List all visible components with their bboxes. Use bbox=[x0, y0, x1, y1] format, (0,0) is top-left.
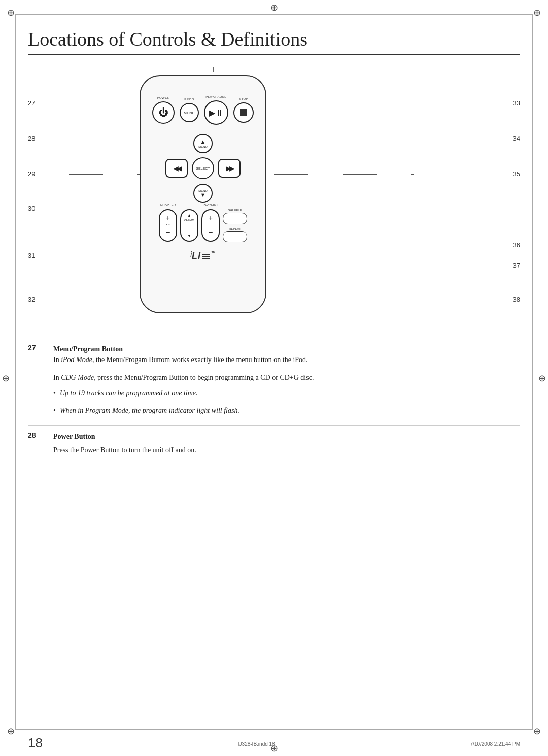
bullet-dot-2: • bbox=[53, 405, 56, 416]
bullet-text-2: When in Program Mode, the program indica… bbox=[60, 405, 239, 416]
reg-mark-top-center: ⊕ bbox=[270, 2, 278, 13]
power-icon: ⏻ bbox=[159, 108, 168, 117]
label-28: 28 bbox=[28, 135, 35, 142]
chapter-label: CHAPTER bbox=[160, 203, 176, 206]
select-label: SELECT bbox=[196, 167, 210, 170]
prog-button[interactable]: MENU bbox=[180, 103, 199, 122]
date-info: 7/10/2008 2:21:44 PM bbox=[470, 741, 520, 747]
stop-icon bbox=[240, 109, 247, 116]
page-border-top bbox=[15, 14, 533, 15]
playpause-icon: ▶⏸ bbox=[209, 108, 223, 118]
desc-content-28: Power Button Press the Power Button to t… bbox=[53, 431, 520, 459]
label-31: 31 bbox=[28, 251, 35, 259]
footer-date-info: 7/10/2008 2:21:44 PM bbox=[470, 739, 520, 748]
label-35: 35 bbox=[513, 170, 520, 178]
dotline-27-right bbox=[277, 103, 414, 103]
reg-mark-top-left: ⊕ bbox=[7, 7, 15, 18]
playlist-label: PLAYLIST bbox=[203, 203, 218, 206]
desc-item-28: 28 Power Button Press the Power Button t… bbox=[28, 426, 520, 464]
power-button[interactable]: ⏻ bbox=[152, 101, 175, 124]
brand-logo-icon bbox=[201, 251, 211, 262]
menu-up-icon: ▲ bbox=[200, 139, 206, 145]
desc-title-27: Menu/Program Button bbox=[53, 345, 123, 353]
label-30: 30 bbox=[28, 205, 35, 212]
playlist-minus-icon: − bbox=[208, 229, 213, 237]
footer: 18 IJ328-IB.indd 18 7/10/2008 2:21:44 PM bbox=[28, 735, 520, 751]
select-button[interactable]: SELECT bbox=[192, 157, 214, 179]
file-info: IJ328-IB.indd 18 bbox=[238, 741, 275, 747]
reg-mark-left-center: ⊕ bbox=[2, 373, 10, 384]
remote-wire bbox=[203, 67, 203, 76]
desc-item-27: 27 Menu/Program Button In iPod Mode, the… bbox=[28, 339, 520, 426]
diagram-area: 27 28 29 30 31 32 33 34 35 36 37 38 bbox=[28, 70, 520, 323]
dotline-32-right bbox=[277, 300, 414, 300]
page-border-right bbox=[532, 14, 533, 730]
power-label: POWER bbox=[157, 96, 169, 99]
repeat-label: REPEAT bbox=[229, 227, 241, 230]
menu-up-label: MENU bbox=[198, 145, 208, 148]
skip-back-icon: ◀◀ bbox=[173, 164, 180, 173]
reg-mark-bottom-left: ⊕ bbox=[7, 726, 15, 737]
playlist-plus-icon: + bbox=[209, 214, 213, 222]
skip-back-button[interactable]: ◀◀ bbox=[165, 159, 188, 178]
desc-content-27: Menu/Program Button In iPod Mode, the Me… bbox=[53, 344, 520, 420]
stop-button[interactable] bbox=[233, 102, 254, 123]
label-38: 38 bbox=[513, 296, 520, 303]
label-37: 37 bbox=[513, 262, 520, 269]
page-number: 18 bbox=[28, 735, 43, 750]
reg-mark-top-right: ⊕ bbox=[533, 7, 541, 18]
prog-label: PROG bbox=[184, 98, 194, 101]
menu-down-icon: ▼ bbox=[200, 192, 206, 198]
chapter-button[interactable]: + • • − bbox=[159, 209, 177, 242]
page-border-left bbox=[15, 14, 16, 730]
desc-bullet-27-2: • When in Program Mode, the program indi… bbox=[53, 403, 520, 418]
remote-control: POWER ⏻ PROG MENU PLAY/PAUSE ▶⏸ bbox=[140, 75, 266, 313]
shuffle-button[interactable] bbox=[223, 213, 247, 224]
desc-para-27-2: In CDG Mode, press the Menu/Program Butt… bbox=[53, 372, 520, 383]
label-32: 32 bbox=[28, 296, 35, 303]
skip-forward-icon: ▶▶ bbox=[226, 164, 233, 173]
reg-mark-bottom-right: ⊕ bbox=[533, 726, 541, 737]
brand-logo: i LI ™ bbox=[190, 250, 216, 262]
dotline-31-right bbox=[312, 257, 414, 257]
chapter-plus-icon: + bbox=[166, 214, 170, 222]
skip-forward-button[interactable]: ▶▶ bbox=[218, 159, 241, 178]
main-content: Locations of Controls & Definitions 27 2… bbox=[28, 28, 520, 723]
album-label-top: ▲ bbox=[188, 213, 191, 217]
desc-bullet-27-1: • Up to 19 tracks can be programmed at o… bbox=[53, 386, 520, 401]
chapter-dots: • • bbox=[166, 223, 170, 227]
album-button[interactable]: ▲ ALBUM ▼ bbox=[180, 209, 198, 242]
descriptions-section: 27 Menu/Program Button In iPod Mode, the… bbox=[28, 339, 520, 464]
footer-page-num: 18 bbox=[28, 735, 43, 751]
label-34: 34 bbox=[513, 135, 520, 142]
bullet-dot-1: • bbox=[53, 388, 56, 399]
album-label-bottom: ▼ bbox=[188, 234, 191, 238]
album-text: ALBUM bbox=[184, 218, 195, 221]
menu-up-button[interactable]: ▲ MENU bbox=[193, 134, 213, 153]
playpause-label: PLAY/PAUSE bbox=[206, 95, 226, 98]
footer-file-info: IJ328-IB.indd 18 bbox=[238, 739, 275, 748]
chapter-minus-icon: − bbox=[165, 229, 170, 237]
stop-label: STOP bbox=[239, 97, 248, 100]
menu-down-button[interactable]: MENU ▼ bbox=[193, 184, 213, 203]
desc-num-27: 27 bbox=[28, 344, 43, 420]
label-33: 33 bbox=[513, 99, 520, 107]
remote-wire-left bbox=[193, 67, 193, 72]
repeat-button[interactable] bbox=[223, 231, 247, 242]
label-29: 29 bbox=[28, 170, 35, 178]
reg-mark-right-center: ⊕ bbox=[538, 373, 546, 384]
playlist-dots: −. bbox=[209, 223, 213, 227]
bullet-text-1: Up to 19 tracks can be programmed at one… bbox=[60, 388, 198, 399]
play-pause-button[interactable]: ▶⏸ bbox=[204, 100, 228, 125]
page-title: Locations of Controls & Definitions bbox=[28, 28, 520, 55]
desc-para-28-1: Press the Power Button to turn the unit … bbox=[53, 445, 520, 456]
desc-num-28: 28 bbox=[28, 431, 43, 459]
desc-para-27-1: In iPod Mode, the Menu/Progam Buttom wor… bbox=[53, 354, 520, 366]
brand-tm: ™ bbox=[211, 250, 216, 256]
remote-wire-right bbox=[213, 67, 214, 72]
label-36: 36 bbox=[513, 241, 520, 249]
page-border-bottom bbox=[15, 729, 533, 730]
playlist-button[interactable]: + −. − bbox=[201, 209, 220, 242]
desc-title-28: Power Button bbox=[53, 433, 95, 440]
dotline-30-right bbox=[279, 209, 414, 209]
